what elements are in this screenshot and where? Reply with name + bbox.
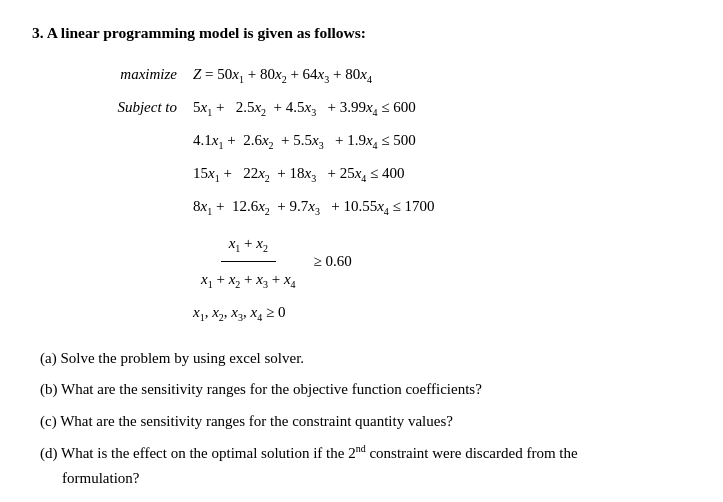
part-e: (e) What is the effect on the optimal so… [40,498,691,502]
part-d-text: What is the effect on the optimal soluti… [61,445,578,461]
part-a-text: Solve the problem by using excel solver. [60,350,304,366]
part-c-label: (c) [40,413,60,429]
constraint-row-4: 8x1 + 12.6x2 + 9.7x3 + 10.55x4 ≤ 1700 [92,190,691,223]
part-c-text: What are the sensitivity ranges for the … [60,413,453,429]
question-number: 3. [32,24,47,41]
part-a: (a) Solve the problem by using excel sol… [40,347,691,370]
constraint-2: 4.1x1 + 2.6x2 + 5.5x3 + 1.9x4 ≤ 500 [193,124,416,157]
fraction-geq: ≥ 0.60 [314,245,352,278]
lp-model: maximize Z = 50x1 + 80x2 + 64x3 + 80x4 S… [92,58,691,329]
constraint-row-2: 4.1x1 + 2.6x2 + 5.5x3 + 1.9x4 ≤ 500 [92,124,691,157]
superscript-nd: nd [356,443,366,454]
question-container: 3. A linear programming model is given a… [32,24,691,502]
constraint-row-3: 15x1 + 22x2 + 18x3 + 25x4 ≤ 400 [92,157,691,190]
part-d-label: (d) [40,445,61,461]
part-c: (c) What are the sensitivity ranges for … [40,410,691,433]
subject-to-block: Subject to 5x1 + 2.5x2 + 4.5x3 + 3.99x4 … [92,91,691,329]
part-b-label: (b) [40,381,61,397]
objective-function: Z = 50x1 + 80x2 + 64x3 + 80x4 [193,58,372,91]
part-d: (d) What is the effect on the optimal so… [40,441,691,465]
subject-label: Subject to [92,91,177,124]
maximize-label: maximize [92,58,177,91]
question-header: 3. A linear programming model is given a… [32,24,691,42]
part-b-text: What are the sensitivity ranges for the … [61,381,482,397]
part-b: (b) What are the sensitivity ranges for … [40,378,691,401]
constraint-4: 8x1 + 12.6x2 + 9.7x3 + 10.55x4 ≤ 1700 [193,190,435,223]
parts-section: (a) Solve the problem by using excel sol… [40,347,691,502]
maximize-row: maximize Z = 50x1 + 80x2 + 64x3 + 80x4 [92,58,691,91]
fraction: x1 + x2 x1 + x2 + x3 + x4 [193,227,304,296]
part-d-indent: formulation? [40,467,691,490]
non-negativity-row: x1, x2, x3, x4 ≥ 0 [92,296,691,329]
fraction-denominator: x1 + x2 + x3 + x4 [193,262,304,296]
non-negativity: x1, x2, x3, x4 ≥ 0 [193,296,285,329]
part-a-label: (a) [40,350,60,366]
fraction-expression: x1 + x2 x1 + x2 + x3 + x4 ≥ 0.60 [193,227,352,296]
constraint-3: 15x1 + 22x2 + 18x3 + 25x4 ≤ 400 [193,157,405,190]
constraint-1: 5x1 + 2.5x2 + 4.5x3 + 3.99x4 ≤ 600 [193,91,416,124]
fraction-constraint-row: x1 + x2 x1 + x2 + x3 + x4 ≥ 0.60 [92,227,691,296]
fraction-numerator: x1 + x2 [221,227,276,262]
question-title: A linear programming model is given as f… [47,24,366,41]
part-d-continuation: formulation? [62,470,139,486]
constraint-row-1: Subject to 5x1 + 2.5x2 + 4.5x3 + 3.99x4 … [92,91,691,124]
